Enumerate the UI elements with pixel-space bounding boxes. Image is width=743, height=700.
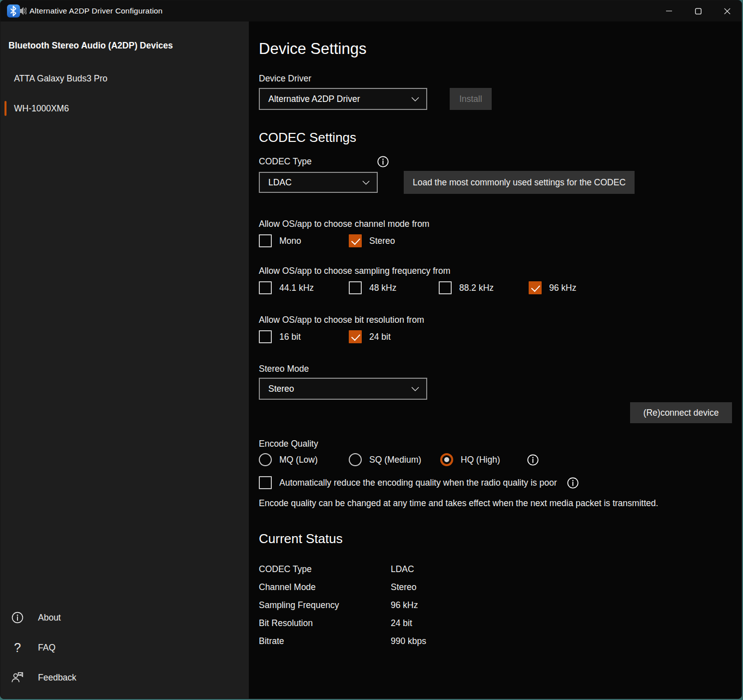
encode-quality-label: Encode Quality [259,439,732,449]
current-status-heading: Current Status [259,530,732,548]
checkbox-box [259,330,272,343]
about-label: About [38,613,61,623]
faq-label: FAQ [38,643,55,653]
title-bar: Alternative A2DP Driver Configuration [0,0,742,21]
caption-buttons [655,0,742,21]
info-circle-icon [11,611,24,624]
device-driver-label: Device Driver [259,73,732,84]
status-label: Bit Resolution [259,618,391,629]
checkbox-box-checked [529,281,542,294]
checkbox-auto-reduce-quality[interactable]: Automatically reduce the encoding qualit… [259,476,557,489]
settings-pane: Device Settings Device Driver Alternativ… [249,21,742,699]
checkbox-box [259,234,272,247]
status-value: LDAC [391,564,414,575]
device-driver-value: Alternative A2DP Driver [268,94,411,104]
checkbox-box [439,281,452,294]
close-button[interactable] [713,0,742,21]
reconnect-device-button[interactable]: (Re)connect device [630,402,732,423]
status-value: 990 kbps [391,636,426,647]
status-label: Bitrate [259,636,391,647]
about-button[interactable]: About [0,603,249,633]
codec-type-label: CODEC Type [259,156,312,167]
status-label: Sampling Frequency [259,600,391,611]
chevron-down-icon [362,180,370,185]
faq-button[interactable]: ? FAQ [0,633,249,663]
window-title: Alternative A2DP Driver Configuration [29,6,162,15]
auto-reduce-info-icon[interactable] [567,477,579,489]
encode-quality-info-icon[interactable] [527,454,539,466]
radio-hq-high[interactable]: HQ (High) [440,453,500,466]
question-mark-icon: ? [11,641,24,654]
checkbox-box [259,476,272,489]
checkbox-mono[interactable]: Mono [259,234,349,247]
minimize-button[interactable] [655,0,684,21]
radio-circle-selected [440,453,453,466]
device-item-galaxy-buds3-pro[interactable]: ATTA Galaxy Buds3 Pro [0,63,249,93]
status-row: Sampling Frequency 96 kHz [259,596,732,614]
checkbox-box [259,281,272,294]
stereo-mode-value: Stereo [268,384,411,394]
radio-sq-medium[interactable]: SQ (Medium) [349,453,440,466]
status-value: Stereo [391,582,417,593]
status-row: Bit Resolution 24 bit [259,614,732,632]
bluetooth-audio-icon [6,4,26,18]
checkbox-88-2-khz[interactable]: 88.2 kHz [439,281,529,294]
checkbox-16-bit[interactable]: 16 bit [259,330,349,343]
codec-settings-heading: CODEC Settings [259,128,732,146]
stereo-mode-select[interactable]: Stereo [259,378,427,400]
stereo-mode-label: Stereo Mode [259,364,732,374]
current-status-table: CODEC Type LDAC Channel Mode Stereo Samp… [259,560,732,650]
radio-circle [259,453,272,466]
chevron-down-icon [411,387,419,391]
status-row: CODEC Type LDAC [259,560,732,578]
checkbox-stereo[interactable]: Stereo [349,234,395,247]
status-row: Channel Mode Stereo [259,578,732,596]
checkbox-44-1-khz[interactable]: 44.1 kHz [259,281,349,294]
status-row: Bitrate 990 kbps [259,632,732,650]
checkbox-48-khz[interactable]: 48 kHz [349,281,439,294]
sampling-frequency-group-label: Allow OS/app to choose sampling frequenc… [259,266,732,276]
sidebar-footer: About ? FAQ Feedback [0,603,249,693]
encode-quality-note: Encode quality can be changed at any tim… [259,496,691,510]
device-item-wh-1000xm6[interactable]: WH-1000XM6 [0,93,249,123]
status-value: 96 kHz [391,600,418,611]
bit-resolution-group-label: Allow OS/app to choose bit resolution fr… [259,315,732,325]
checkbox-24-bit[interactable]: 24 bit [349,330,391,343]
feedback-label: Feedback [38,673,76,683]
checkbox-96-khz[interactable]: 96 kHz [529,281,576,294]
status-label: CODEC Type [259,564,391,575]
device-item-label: ATTA Galaxy Buds3 Pro [14,73,107,84]
load-codec-defaults-button[interactable]: Load the most commonly used settings for… [404,171,635,194]
channel-mode-group-label: Allow OS/app to choose channel mode from [259,219,732,229]
feedback-person-icon [11,671,24,684]
radio-circle [349,453,362,466]
status-label: Channel Mode [259,582,391,593]
device-driver-select[interactable]: Alternative A2DP Driver [259,88,427,110]
selection-indicator [4,101,6,116]
checkbox-box [349,281,362,294]
checkbox-box-checked [349,330,362,343]
maximize-button[interactable] [684,0,713,21]
radio-mq-low[interactable]: MQ (Low) [259,453,349,466]
checkbox-box-checked [349,234,362,247]
device-sidebar: Bluetooth Stereo Audio (A2DP) Devices AT… [0,21,249,699]
install-button[interactable]: Install [450,88,492,110]
codec-type-select[interactable]: LDAC [259,172,378,193]
page-title: Device Settings [259,38,732,59]
status-value: 24 bit [391,618,412,629]
app-window: Alternative A2DP Driver Configuration Bl… [0,0,742,699]
chevron-down-icon [411,97,419,101]
codec-type-value: LDAC [268,177,362,188]
device-item-label: WH-1000XM6 [14,103,69,114]
sidebar-heading: Bluetooth Stereo Audio (A2DP) Devices [8,40,249,51]
feedback-button[interactable]: Feedback [0,663,249,693]
codec-type-info-icon[interactable] [377,155,389,168]
device-list: ATTA Galaxy Buds3 Pro WH-1000XM6 [0,63,249,123]
